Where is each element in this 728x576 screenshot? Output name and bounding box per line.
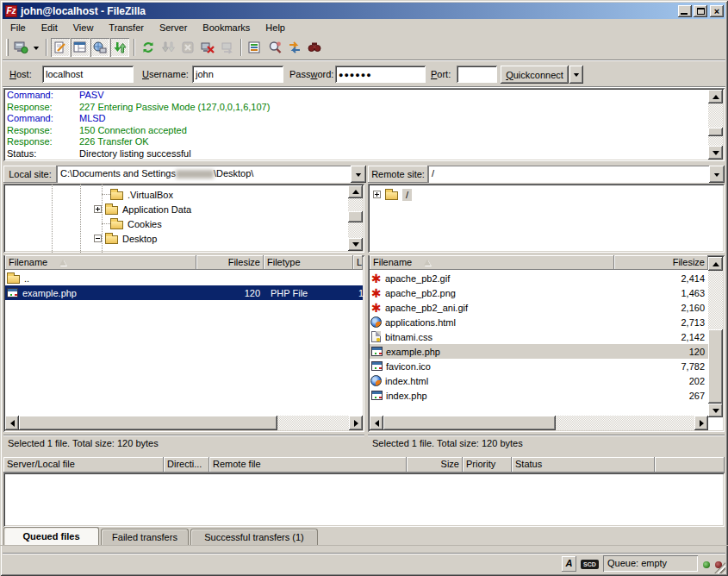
queue-icon (113, 41, 127, 54)
file-row[interactable]: index.php267 (370, 388, 708, 403)
file-row[interactable]: bitnami.css2,142 (370, 329, 708, 344)
filter-icon (248, 41, 262, 54)
filezilla-window: Fz john@localhost - FileZilla × File Edi… (0, 0, 728, 576)
collapse-icon[interactable] (94, 235, 102, 242)
quickconnect-dropdown[interactable] (569, 66, 583, 84)
remote-site-combo[interactable]: / (428, 166, 709, 183)
log-line: Command:MLSD (7, 113, 706, 125)
menu-view[interactable]: View (65, 21, 102, 34)
tree-item-desktop[interactable]: Desktop (94, 231, 352, 246)
tab-successful-transfers[interactable]: Successful transfers (1) (190, 529, 318, 545)
find-files-button[interactable] (305, 38, 324, 57)
menu-edit[interactable]: Edit (34, 21, 65, 34)
log-line: Status:Directory listing successful (7, 148, 706, 160)
compare-icon (268, 41, 282, 54)
html-file-icon (370, 316, 382, 328)
site-manager-button[interactable] (11, 38, 30, 57)
disconnect-icon (201, 41, 215, 54)
status-bar: A SCD Queue: empty (3, 553, 725, 573)
log-line: Response:150 Connection accepted (7, 125, 706, 137)
username-label: Username: (142, 69, 189, 79)
remote-col-filesize[interactable]: Filesize (614, 255, 708, 270)
local-site-bar: Local site: C:\Documents and Settings\De… (3, 166, 364, 183)
local-tree-scrollbar[interactable] (348, 185, 363, 251)
remote-site-dropdown[interactable] (709, 166, 725, 183)
folder-icon (105, 206, 118, 215)
password-input[interactable]: ●●●●●● (335, 66, 426, 83)
toggle-remote-tree-button[interactable] (90, 38, 109, 57)
maximize-button[interactable] (694, 5, 707, 17)
menu-file[interactable]: File (3, 21, 34, 34)
file-row[interactable]: applications.html2,713 (370, 315, 708, 329)
port-input[interactable] (457, 66, 497, 83)
quickconnect-button[interactable]: Quickconnect (501, 66, 569, 84)
reconnect-button[interactable] (218, 38, 237, 57)
expand-icon[interactable] (373, 191, 381, 198)
transfer-type-indicator[interactable]: A (562, 556, 576, 572)
redacted-username (176, 170, 214, 178)
queue-col-local-file[interactable]: Server/Local file (3, 457, 164, 473)
file-row[interactable]: index.html202 (370, 373, 708, 388)
refresh-button[interactable] (139, 38, 158, 57)
site-manager-dropdown[interactable] (30, 38, 41, 57)
menu-server[interactable]: Server (152, 21, 195, 34)
queue-col-priority[interactable]: Priority (463, 457, 512, 473)
menu-bookmarks[interactable]: Bookmarks (195, 21, 258, 34)
disconnect-button[interactable] (198, 38, 217, 57)
tree-item-application-data[interactable]: Application Data (94, 202, 352, 216)
file-row[interactable]: ✱apache_pb2.png1,463 (370, 285, 708, 300)
local-col-lastmodified[interactable]: L (353, 255, 363, 270)
file-row-parent-dir[interactable]: .. (5, 271, 363, 285)
tree-item-root[interactable]: / (373, 187, 632, 202)
process-queue-button[interactable] (159, 38, 177, 57)
cancel-button[interactable] (178, 38, 197, 57)
file-row[interactable]: ✱apache_pb2_ani.gif2,160 (370, 300, 708, 315)
php-file-icon (7, 288, 18, 297)
queue-col-remote-file[interactable]: Remote file (209, 457, 407, 473)
tab-failed-transfers[interactable]: Failed transfers (101, 529, 189, 545)
filter-button[interactable] (246, 38, 264, 57)
queue-col-direction[interactable]: Directi... (164, 457, 209, 473)
remote-col-filename[interactable]: Filename (370, 255, 614, 270)
local-list-hscrollbar[interactable] (5, 416, 363, 430)
remote-list-hscrollbar[interactable] (370, 416, 708, 430)
close-button[interactable]: × (710, 5, 724, 17)
tree-item-virtualbox[interactable]: .VirtualBox (102, 187, 352, 202)
local-col-filetype[interactable]: Filetype (264, 255, 353, 270)
host-input[interactable]: localhost (42, 66, 134, 83)
reconnect-icon (221, 41, 234, 54)
menu-help[interactable]: Help (258, 21, 293, 34)
toggle-message-log-button[interactable] (51, 38, 70, 57)
local-site-dropdown[interactable] (351, 166, 366, 183)
expand-icon[interactable] (94, 205, 102, 213)
username-input[interactable]: john (192, 66, 283, 83)
local-status-line: Selected 1 file. Total size: 120 bytes (3, 435, 364, 450)
synchronized-browsing-button[interactable] (285, 38, 304, 57)
minimize-button[interactable] (678, 5, 692, 17)
file-row[interactable]: ✱apache_pb2.gif2,414 (370, 271, 708, 285)
remote-list-vscrollbar[interactable] (708, 257, 723, 417)
filezilla-app-icon[interactable]: Fz (5, 5, 17, 17)
file-row[interactable]: favicon.ico7,782 (370, 359, 708, 373)
file-row-selected[interactable]: example.php120 (370, 344, 708, 359)
remote-file-list: Filename Filesize ✱apache_pb2.gif2,414 ✱… (368, 255, 725, 432)
log-scrollbar[interactable] (708, 90, 723, 160)
toolbar-grip[interactable] (6, 39, 9, 56)
compare-button[interactable] (265, 38, 284, 57)
speed-limits-indicator[interactable]: SCD (581, 560, 599, 569)
menu-bar: File Edit View Transfer Server Bookmarks… (3, 19, 725, 35)
apache-file-icon: ✱ (370, 287, 383, 299)
queue-col-size[interactable]: Size (407, 457, 463, 473)
menu-transfer[interactable]: Transfer (101, 21, 152, 34)
toggle-queue-button[interactable] (110, 38, 129, 57)
local-site-combo[interactable]: C:\Documents and Settings\Desktop\ (57, 166, 351, 183)
local-col-filename[interactable]: Filename (5, 255, 196, 270)
queue-col-status[interactable]: Status (512, 457, 655, 473)
tree-item-cookies[interactable]: Cookies (102, 216, 352, 231)
local-col-filesize[interactable]: Filesize (196, 255, 264, 270)
file-row-example-php[interactable]: example.php 120 PHP File 1 (5, 285, 363, 300)
queue-size-indicator: Queue: empty (603, 555, 698, 572)
queue-list[interactable] (3, 473, 725, 527)
tab-queued-files[interactable]: Queued files (3, 527, 99, 545)
toggle-local-tree-button[interactable] (71, 38, 90, 57)
